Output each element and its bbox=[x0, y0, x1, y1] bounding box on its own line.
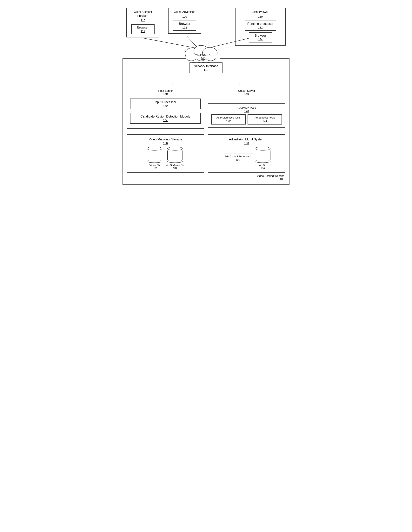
input-processor-number: 152 bbox=[133, 104, 198, 107]
output-server-number: 160 bbox=[211, 92, 282, 95]
video-storage-number: 180 bbox=[130, 142, 201, 145]
candidate-region-number: 154 bbox=[133, 119, 198, 122]
advertising-mgmt-label: Advertising Mgmt System bbox=[229, 138, 264, 141]
ad-surfaces-db-cylinder: Ad Surfaces Db 184 bbox=[166, 147, 184, 170]
video-db-number: 182 bbox=[147, 167, 162, 170]
input-server-number: 150 bbox=[130, 92, 201, 95]
ad-db-label: Ad Db 194 bbox=[255, 164, 270, 170]
storage-content: Video Db 182 Ad Surfaces Db 184 bbox=[130, 147, 201, 170]
ad-surfaces-tools-number: 174 bbox=[249, 119, 280, 123]
ad-surfaces-db-number: 184 bbox=[166, 167, 184, 170]
client-advertiser: Client (Advertiser) 120 Browser 122 bbox=[168, 8, 201, 34]
cylinder-body-2 bbox=[167, 151, 183, 160]
client-viewer: Client (Viewer) 130 Runtime processor 13… bbox=[235, 8, 286, 46]
runtime-label: Runtime processor bbox=[247, 22, 273, 25]
architecture-diagram: Client (Content Provider) 110 Browser 11… bbox=[123, 4, 289, 185]
input-server-title: Input Server 150 bbox=[130, 89, 201, 95]
video-db-label: Video Db 182 bbox=[147, 164, 162, 170]
output-server-box: Output Server 160 bbox=[208, 86, 285, 100]
input-server-box: Input Server 150 Input Processor 152 Can… bbox=[127, 86, 204, 129]
branch-svg bbox=[138, 82, 274, 86]
output-server-title: Output Server 160 bbox=[211, 89, 282, 95]
cylinder-body-1 bbox=[147, 151, 162, 160]
browser-122-label: Browser bbox=[179, 22, 190, 25]
website-label-section: Video Hosting Website 100 bbox=[127, 174, 285, 180]
servers-row: Input Server 150 Input Processor 152 Can… bbox=[127, 86, 285, 132]
reviewer-tools-row: Ad Preferences Tools 172 Ad Surfaces Too… bbox=[211, 114, 282, 124]
video-db-cylinder: Video Db 182 bbox=[147, 147, 162, 170]
ad-surfaces-tools-label: Ad Surfaces Tools bbox=[255, 116, 275, 119]
client-advertiser-label: Client (Advertiser) bbox=[170, 10, 199, 14]
reviewer-tools-number: 170 bbox=[211, 110, 282, 113]
video-storage-box: Video/Metadata Storage 180 Video Db 182 bbox=[127, 134, 204, 173]
adv-control-number: 192 bbox=[225, 158, 251, 161]
advertising-mgmt-box: Advertising Mgmt System 190 Adv Control … bbox=[208, 134, 285, 173]
vertical-line-1 bbox=[206, 52, 206, 58]
ad-surfaces-db-label: Ad Surfaces Db 184 bbox=[166, 164, 184, 170]
advertising-mgmt-title: Advertising Mgmt System 190 bbox=[211, 138, 282, 145]
ad-surfaces-tools-box: Ad Surfaces Tools 174 bbox=[247, 114, 282, 124]
ni-to-servers-connector bbox=[127, 77, 285, 82]
adv-control-box: Adv Control Subsystem 192 bbox=[223, 153, 253, 163]
video-storage-title: Video/Metadata Storage 180 bbox=[130, 138, 201, 145]
runtime-number: 132 bbox=[247, 26, 273, 29]
advertising-mgmt-number: 190 bbox=[211, 142, 282, 145]
browser-122: Browser 122 bbox=[173, 20, 196, 31]
main-server-area: Network Interface 142 Input Serve bbox=[123, 58, 289, 185]
client-viewer-number: 130 bbox=[237, 15, 283, 18]
candidate-region-label: Candidate Region Detection Module bbox=[140, 115, 190, 118]
cylinder-body-3 bbox=[255, 151, 270, 160]
cylinder-top-2 bbox=[167, 147, 183, 151]
browser-134-label: Browser bbox=[255, 34, 266, 37]
horizontal-branch bbox=[138, 82, 274, 86]
bottom-row: Video/Metadata Storage 180 Video Db 182 bbox=[127, 134, 285, 173]
reviewer-tools-title: Reviewer Tools 170 bbox=[211, 106, 282, 113]
cylinder-bottom-2 bbox=[167, 160, 183, 163]
runtime-processor: Runtime processor 132 bbox=[245, 20, 276, 31]
input-server-label: Input Server bbox=[158, 89, 173, 92]
website-number: 100 bbox=[127, 178, 284, 180]
cylinder-top-1 bbox=[147, 147, 162, 151]
network-interface-number: 142 bbox=[194, 68, 218, 71]
client-content-provider-number: 110 bbox=[129, 19, 157, 22]
client-viewer-label: Client (Viewer) bbox=[237, 10, 283, 14]
input-processor-box: Input Processor 152 bbox=[130, 98, 201, 109]
cloud-to-server-connector bbox=[123, 52, 289, 58]
video-storage-label: Video/Metadata Storage bbox=[149, 138, 182, 141]
output-server-label: Output Server bbox=[238, 89, 255, 92]
ad-db-number: 194 bbox=[255, 167, 270, 170]
browser-112: Browser 112 bbox=[131, 24, 155, 34]
client-content-provider-label: Client (Content Provider) bbox=[129, 10, 157, 18]
input-processor-label: Input Processor bbox=[155, 100, 176, 104]
output-server-col: Output Server 160 Reviewer Tools 170 Ad … bbox=[208, 86, 285, 132]
adv-row: Adv Control Subsystem 192 Ad Db 194 bbox=[211, 147, 282, 170]
ad-preferences-label: Ad Preferences Tools bbox=[216, 116, 240, 119]
cylinder-bottom-3 bbox=[255, 160, 270, 163]
browser-112-number: 112 bbox=[134, 30, 152, 33]
browser-122-number: 122 bbox=[176, 26, 194, 29]
ad-db-cylinder: Ad Db 194 bbox=[255, 147, 270, 170]
network-interface-label: Network Interface bbox=[194, 64, 218, 68]
reviewer-tools-label: Reviewer Tools bbox=[237, 106, 256, 110]
ad-preferences-box: Ad Preferences Tools 172 bbox=[211, 114, 245, 124]
client-advertiser-number: 120 bbox=[170, 15, 199, 18]
reviewer-tools-box: Reviewer Tools 170 Ad Preferences Tools … bbox=[208, 103, 285, 128]
ad-preferences-number: 172 bbox=[213, 119, 244, 123]
browser-134: Browser 134 bbox=[249, 32, 272, 42]
adv-control-label: Adv Control Subsystem bbox=[225, 155, 251, 158]
client-content-provider: Client (Content Provider) 110 Browser 11… bbox=[126, 8, 159, 38]
browser-134-number: 134 bbox=[251, 38, 269, 41]
vertical-line-2 bbox=[206, 77, 206, 82]
input-server-col: Input Server 150 Input Processor 152 Can… bbox=[127, 86, 204, 132]
candidate-region-box: Candidate Region Detection Module 154 bbox=[130, 113, 201, 124]
website-label-text: Video Hosting Website bbox=[257, 174, 284, 178]
browser-112-label: Browser bbox=[137, 26, 149, 29]
cylinder-bottom-1 bbox=[147, 160, 162, 163]
cylinder-top-3 bbox=[255, 147, 270, 151]
